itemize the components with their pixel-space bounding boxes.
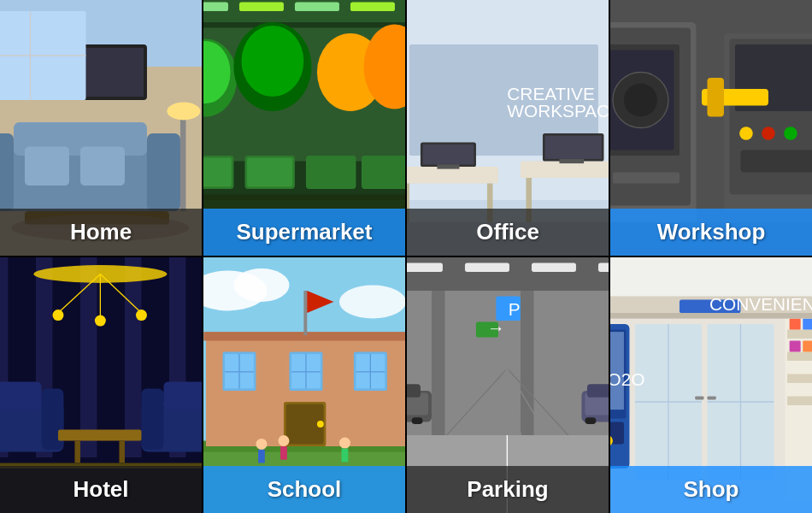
- svg-rect-190: [790, 341, 801, 352]
- grid-item-hotel[interactable]: Hotel: [0, 257, 202, 513]
- svg-rect-185: [787, 397, 812, 405]
- category-grid: Home: [0, 0, 812, 513]
- grid-item-home[interactable]: Home: [0, 0, 202, 256]
- svg-rect-63: [613, 173, 680, 184]
- svg-rect-183: [787, 352, 812, 361]
- svg-text:O2O: O2O: [610, 369, 644, 389]
- svg-rect-163: [587, 384, 609, 398]
- svg-rect-77: [707, 78, 724, 117]
- hotel-label: Hotel: [0, 466, 202, 513]
- svg-rect-95: [0, 382, 41, 410]
- home-label: Home: [0, 209, 202, 256]
- svg-rect-50: [423, 144, 474, 164]
- svg-rect-6: [25, 147, 69, 186]
- svg-rect-83: [125, 257, 142, 457]
- svg-rect-191: [803, 341, 812, 352]
- svg-rect-139: [342, 449, 349, 463]
- svg-rect-19: [203, 3, 228, 11]
- svg-text:→: →: [487, 318, 505, 338]
- svg-rect-187: [803, 319, 812, 330]
- svg-rect-75: [740, 150, 812, 173]
- svg-rect-100: [58, 430, 142, 441]
- grid-item-office[interactable]: CREATIVE WORKSPACE Offi: [407, 0, 609, 256]
- svg-point-91: [136, 310, 147, 321]
- svg-rect-137: [280, 446, 287, 460]
- svg-rect-101: [74, 441, 80, 463]
- svg-rect-21: [295, 3, 339, 11]
- office-label: Office: [407, 209, 609, 256]
- svg-rect-43: [407, 167, 498, 184]
- svg-rect-53: [545, 136, 602, 159]
- svg-rect-141: [407, 257, 609, 291]
- svg-rect-34: [306, 156, 356, 189]
- svg-rect-160: [412, 417, 423, 424]
- svg-rect-4: [147, 133, 180, 211]
- svg-rect-20: [239, 3, 284, 11]
- svg-rect-51: [437, 164, 459, 168]
- svg-text:WORKSPACE: WORKSPACE: [507, 101, 609, 121]
- svg-rect-46: [521, 162, 609, 179]
- grid-item-workshop[interactable]: Workshop: [610, 0, 812, 256]
- svg-point-72: [739, 127, 753, 140]
- svg-rect-182: [787, 330, 812, 339]
- svg-point-74: [784, 127, 797, 140]
- svg-point-136: [278, 435, 289, 446]
- grid-item-shop[interactable]: O2O CONVENIENCE Shop: [610, 257, 812, 513]
- svg-rect-35: [362, 156, 405, 189]
- workshop-label: Workshop: [610, 209, 812, 256]
- shop-label: Shop: [610, 466, 812, 513]
- svg-point-90: [95, 315, 106, 327]
- svg-rect-3: [0, 133, 14, 211]
- svg-point-130: [317, 421, 324, 428]
- svg-rect-164: [585, 417, 596, 424]
- svg-rect-142: [407, 263, 443, 272]
- grid-item-parking[interactable]: P → Parking: [407, 257, 609, 513]
- svg-rect-22: [350, 3, 395, 11]
- grid-item-school[interactable]: School: [203, 257, 405, 513]
- svg-point-27: [242, 26, 304, 97]
- svg-rect-132: [303, 291, 307, 335]
- svg-rect-82: [80, 257, 97, 457]
- svg-rect-54: [559, 159, 584, 163]
- svg-rect-33: [247, 158, 292, 187]
- svg-point-138: [339, 438, 350, 449]
- svg-text:CONVENIENCE: CONVENIENCE: [709, 294, 812, 314]
- svg-rect-143: [465, 263, 509, 272]
- svg-rect-158: [407, 384, 421, 398]
- svg-rect-145: [598, 263, 609, 272]
- svg-rect-99: [163, 382, 202, 410]
- svg-point-134: [256, 439, 267, 450]
- supermarket-label: Supermarket: [203, 209, 405, 256]
- svg-point-111: [233, 268, 289, 302]
- svg-rect-184: [787, 374, 812, 383]
- parking-label: Parking: [407, 466, 609, 513]
- svg-rect-179: [707, 397, 715, 400]
- svg-rect-144: [532, 263, 576, 272]
- svg-point-12: [167, 103, 200, 121]
- school-label: School: [203, 466, 405, 513]
- svg-point-73: [762, 127, 775, 140]
- grid-item-supermarket[interactable]: Supermarket: [203, 0, 405, 256]
- svg-rect-31: [203, 158, 232, 187]
- svg-point-62: [624, 84, 657, 117]
- svg-rect-102: [119, 441, 125, 463]
- svg-text:P: P: [509, 299, 521, 319]
- svg-rect-135: [258, 450, 265, 463]
- svg-rect-37: [203, 200, 405, 209]
- svg-rect-11: [180, 111, 186, 211]
- svg-rect-178: [695, 397, 703, 400]
- svg-rect-97: [141, 388, 163, 450]
- svg-point-112: [339, 286, 405, 319]
- svg-rect-186: [790, 319, 801, 330]
- svg-rect-7: [80, 147, 125, 186]
- svg-point-89: [52, 310, 63, 321]
